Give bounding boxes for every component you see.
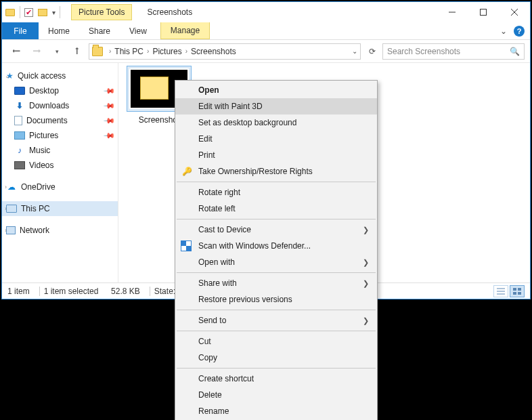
chevron-right-icon: ❯ bbox=[363, 258, 369, 267]
search-input[interactable] bbox=[387, 47, 510, 56]
sidebar-item-videos[interactable]: Videos bbox=[2, 158, 118, 173]
chevron-right-icon: ❯ bbox=[363, 316, 369, 325]
sidebar-item-downloads[interactable]: ⬇Downloads📌 bbox=[2, 98, 118, 113]
sidebar-item-network[interactable]: ›Network bbox=[2, 223, 118, 238]
ctx-share-with[interactable]: Share with❯ bbox=[175, 275, 377, 291]
ctx-print[interactable]: Print bbox=[175, 147, 377, 163]
properties-checkbox-icon[interactable]: ✔ bbox=[24, 8, 33, 17]
new-folder-icon[interactable] bbox=[37, 7, 48, 18]
maximize-button[interactable] bbox=[468, 2, 499, 22]
ctx-send-to[interactable]: Send to❯ bbox=[175, 312, 377, 329]
breadcrumb[interactable]: › This PC › Pictures › Screenshots ⌄ bbox=[89, 43, 361, 60]
ctx-rotate-right[interactable]: Rotate right bbox=[175, 184, 377, 201]
folder-icon bbox=[5, 7, 16, 18]
sidebar-item-label: Videos bbox=[29, 161, 53, 170]
breadcrumb-screenshots[interactable]: Screenshots bbox=[191, 47, 236, 56]
help-icon[interactable]: ? bbox=[514, 26, 525, 37]
breadcrumb-pictures[interactable]: Pictures bbox=[152, 47, 181, 56]
sidebar-item-label: Pictures bbox=[29, 131, 58, 140]
tab-view[interactable]: View bbox=[120, 22, 156, 39]
tab-share[interactable]: Share bbox=[79, 22, 120, 39]
ctx-label: Copy bbox=[198, 353, 217, 362]
search-box[interactable]: 🔍 bbox=[382, 43, 525, 60]
chevron-right-icon: ❯ bbox=[363, 226, 369, 234]
ctx-edit[interactable]: Edit bbox=[175, 131, 377, 147]
sidebar-item-label: This PC bbox=[21, 204, 50, 213]
chevron-right-icon[interactable]: › bbox=[5, 184, 7, 190]
ctx-cut[interactable]: Cut bbox=[175, 333, 377, 350]
window-controls bbox=[437, 2, 530, 22]
up-button[interactable]: 🠕 bbox=[68, 43, 86, 60]
ctx-scan-defender[interactable]: Scan with Windows Defender... bbox=[175, 238, 377, 254]
music-icon: ♪ bbox=[14, 146, 25, 155]
ctx-label: Create shortcut bbox=[198, 374, 254, 383]
minimize-button[interactable] bbox=[437, 2, 468, 22]
network-icon bbox=[6, 226, 16, 234]
folder-icon bbox=[92, 47, 103, 56]
forward-button[interactable]: 🠖 bbox=[28, 43, 45, 60]
sidebar-item-label: Documents bbox=[26, 116, 68, 125]
thispc-icon bbox=[6, 205, 17, 213]
ctx-edit-paint3d[interactable]: Edit with Paint 3D bbox=[175, 98, 377, 114]
chevron-right-icon[interactable]: › bbox=[107, 47, 113, 55]
ctx-create-shortcut[interactable]: Create shortcut bbox=[175, 371, 377, 387]
ctx-label: Open with bbox=[198, 257, 235, 267]
sidebar-item-music[interactable]: ♪Music bbox=[2, 143, 118, 158]
separator bbox=[177, 219, 376, 219]
ctx-restore-versions[interactable]: Restore previous versions bbox=[175, 291, 377, 308]
pin-icon: 📌 bbox=[102, 129, 115, 142]
status-selected: 1 item selected bbox=[44, 287, 99, 296]
address-dropdown-icon[interactable]: ⌄ bbox=[352, 47, 357, 55]
ctx-cast-to-device[interactable]: Cast to Device❯ bbox=[175, 222, 377, 238]
svg-rect-7 bbox=[513, 288, 516, 291]
tab-manage[interactable]: Manage bbox=[160, 22, 210, 39]
breadcrumb-thispc[interactable]: This PC bbox=[114, 47, 143, 56]
chevron-right-icon[interactable]: › bbox=[5, 227, 7, 234]
separator bbox=[177, 310, 376, 310]
tab-home[interactable]: Home bbox=[39, 22, 79, 39]
ctx-label: Restore previous versions bbox=[198, 295, 292, 304]
sidebar-item-desktop[interactable]: Desktop📌 bbox=[2, 83, 118, 98]
ctx-label: Edit with Paint 3D bbox=[198, 102, 263, 111]
sidebar-item-documents[interactable]: Documents📌 bbox=[2, 113, 118, 128]
sidebar-item-onedrive[interactable]: ›☁OneDrive bbox=[2, 180, 118, 194]
desktop-icon bbox=[14, 87, 25, 95]
sidebar-item-pictures[interactable]: Pictures📌 bbox=[2, 128, 118, 143]
chevron-right-icon[interactable]: › bbox=[145, 47, 151, 55]
ctx-label: Rename bbox=[198, 406, 229, 416]
pin-icon: 📌 bbox=[102, 84, 115, 97]
ctx-delete[interactable]: Delete bbox=[175, 387, 377, 403]
sidebar-item-label: Quick access bbox=[18, 71, 66, 81]
recent-dropdown-icon[interactable]: ▾ bbox=[48, 43, 66, 60]
sidebar-item-label: OneDrive bbox=[21, 182, 56, 192]
contextual-tab-label: Picture Tools bbox=[71, 4, 132, 20]
refresh-button[interactable]: ⟳ bbox=[365, 47, 380, 56]
pin-icon: 📌 bbox=[102, 99, 115, 112]
chevron-right-icon[interactable]: › bbox=[5, 205, 7, 212]
ctx-rotate-left[interactable]: Rotate left bbox=[175, 201, 377, 217]
ctx-label: Edit bbox=[198, 134, 213, 144]
chevron-right-icon[interactable]: › bbox=[183, 47, 190, 55]
view-details-button[interactable] bbox=[493, 285, 508, 297]
chevron-right-icon: ❯ bbox=[363, 279, 369, 288]
search-icon[interactable]: 🔍 bbox=[510, 47, 520, 56]
ctx-rename[interactable]: Rename bbox=[175, 403, 377, 419]
separator bbox=[177, 182, 376, 182]
view-thumbnails-button[interactable] bbox=[510, 285, 525, 297]
sidebar-item-quick-access[interactable]: ⌄★Quick access bbox=[2, 68, 118, 83]
qat-dropdown-icon[interactable]: ▾ bbox=[52, 9, 56, 16]
svg-rect-8 bbox=[518, 288, 521, 291]
ribbon-expand-icon[interactable]: ⌄ bbox=[500, 26, 507, 36]
ctx-open-with[interactable]: Open with❯ bbox=[175, 254, 377, 270]
back-button[interactable]: 🠔 bbox=[7, 43, 25, 60]
tab-file[interactable]: File bbox=[2, 22, 39, 39]
context-menu: Open Edit with Paint 3D Set as desktop b… bbox=[175, 80, 378, 420]
chevron-down-icon[interactable]: ⌄ bbox=[5, 72, 10, 79]
ctx-copy[interactable]: Copy bbox=[175, 350, 377, 366]
sidebar-item-thispc[interactable]: ›This PC bbox=[2, 201, 118, 216]
onedrive-icon: ☁ bbox=[6, 182, 17, 192]
close-button[interactable] bbox=[499, 2, 530, 22]
ctx-set-background[interactable]: Set as desktop background bbox=[175, 114, 377, 131]
ctx-open[interactable]: Open bbox=[175, 82, 377, 98]
ctx-take-ownership[interactable]: 🔑Take Ownership/Restore Rights bbox=[175, 163, 377, 180]
